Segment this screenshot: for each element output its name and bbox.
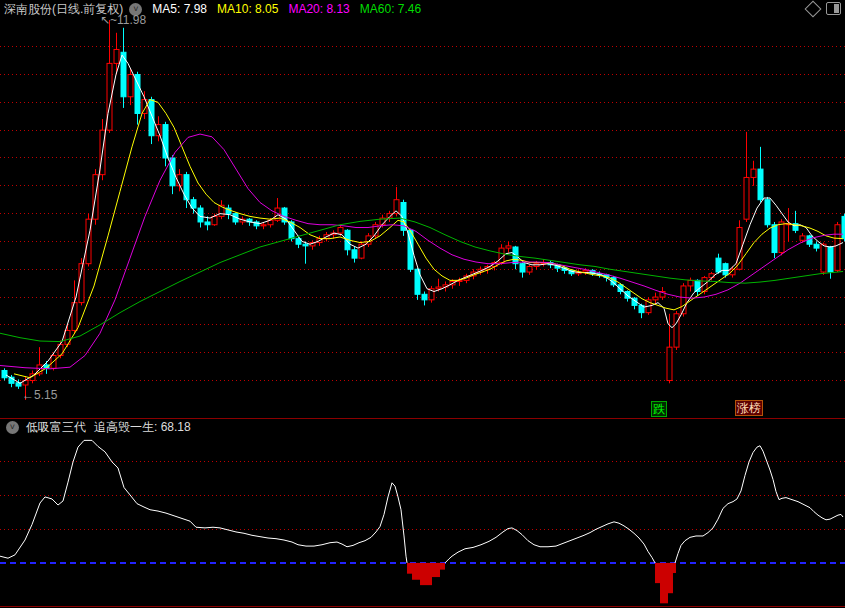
indicator-name: 低吸富三代 [26,419,86,436]
ma60-value-label: MA60: 7.46 [360,2,421,16]
marker-fall-badge[interactable]: 跌 [651,401,667,417]
ma20-value-label: MA20: 8.13 [288,2,349,16]
ma5-value-label: MA5: 7.98 [152,2,207,16]
panel-toggle-icon[interactable] [826,2,841,15]
chart-canvas[interactable] [0,0,845,608]
high-price-label: ↖~11.98 [100,13,146,27]
diamond-icon[interactable] [805,0,822,17]
app-window: 深南股份(日线.前复权) ˅ MA5: 7.98 MA10: 8.05 MA20… [0,0,845,608]
bottom-border [0,606,845,607]
marker-rise-badge[interactable]: 涨榜 [735,400,763,416]
indicator-header: ˅ 低吸富三代 追高毁一生: 68.18 [0,420,845,435]
chevron-down-icon[interactable]: ˅ [6,421,19,434]
ma10-value-label: MA10: 8.05 [217,2,278,16]
indicator-value-label: 追高毁一生: 68.18 [94,419,191,436]
low-price-label: ←5.15 [22,388,57,402]
